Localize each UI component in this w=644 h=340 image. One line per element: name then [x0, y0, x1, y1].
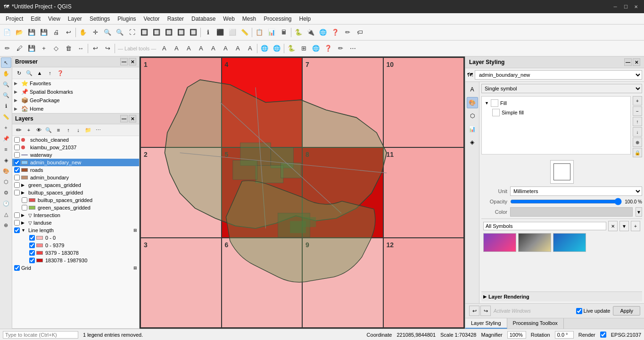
edit-mode-button[interactable]: ✏ — [1, 42, 13, 55]
tab-processing-toolbox[interactable]: Processing Toolbox — [507, 318, 564, 329]
symbols-options-btn[interactable]: ▼ — [619, 221, 629, 231]
layer-item-landuse[interactable]: ▶ ▽ landuse — [12, 219, 139, 227]
help-toolbar-button[interactable]: ❓ — [329, 26, 341, 39]
layer-order-btn[interactable]: ≡ — [1, 144, 11, 154]
menu-view[interactable]: View — [44, 15, 64, 23]
zoom-layer-button[interactable]: 🔲 — [138, 26, 150, 39]
minimize-button[interactable]: ─ — [611, 2, 619, 11]
sym-lock-btn[interactable]: 🔒 — [633, 148, 642, 157]
layer-select-dropdown[interactable]: admin_boundary_new — [475, 70, 642, 80]
layer-item-ll-0-9379[interactable]: 0 - 9379 — [12, 242, 139, 249]
identify-button[interactable]: ℹ — [202, 26, 214, 39]
3d-btn[interactable]: ⬡ — [1, 177, 11, 187]
layer-item-green-spaces[interactable]: ▶ green_spaces_gridded — [12, 181, 139, 189]
layer-kiambu-checkbox[interactable] — [14, 145, 20, 150]
symbol-type-select[interactable]: Single symbol — [481, 84, 642, 93]
map-area[interactable]: 1 4 7 10 2 5 — [140, 57, 465, 329]
browser-filter-btn[interactable]: 🔍 — [25, 68, 34, 78]
label-button[interactable]: 🏷 — [354, 26, 366, 39]
temporal-btn[interactable]: 🕐 — [1, 198, 11, 209]
apply-button[interactable]: Apply — [613, 306, 640, 316]
layer-rendering-header[interactable]: ▶ Layer Rendering — [481, 291, 642, 301]
python2-button[interactable]: 🐍 — [285, 42, 297, 55]
live-update-checkbox[interactable] — [576, 308, 582, 314]
layer-item-green-sub[interactable]: green_spaces_gridded — [12, 204, 139, 211]
sym-delete-btn[interactable]: − — [633, 106, 642, 116]
layer-item-builtup-sub[interactable]: builtup_spaces_gridded — [12, 196, 139, 204]
save-as-button[interactable]: 💾 — [38, 26, 50, 39]
browser-refresh-btn[interactable]: ↑ — [45, 68, 55, 78]
layers-panel-close[interactable]: ✕ — [129, 115, 136, 122]
label-btn-2[interactable]: A — [170, 42, 182, 55]
menu-processing[interactable]: Processing — [260, 15, 295, 23]
render-checkbox[interactable] — [600, 332, 606, 338]
styling-icon-label[interactable]: A — [467, 84, 478, 95]
layer-ll00-checkbox[interactable] — [29, 235, 35, 241]
maximize-button[interactable]: ☐ — [621, 2, 630, 11]
pan-tool-btn[interactable]: ✋ — [1, 68, 11, 79]
browser-collapse-btn[interactable]: ▲ — [35, 68, 44, 78]
browser-panel-header[interactable]: Browser — ✕ — [12, 57, 139, 67]
menu-help[interactable]: Help — [296, 15, 315, 23]
layer-item-waterway[interactable]: waterway — [12, 151, 139, 159]
elevation-btn[interactable]: △ — [1, 209, 11, 219]
zoom-last-button[interactable]: 🔲 — [175, 26, 187, 39]
layers-more-btn[interactable]: ⋯ — [93, 125, 103, 135]
rotation-input[interactable] — [555, 331, 574, 339]
layer-item-kiambu[interactable]: kiambu_pow_21037 — [12, 144, 139, 151]
zoom-full-button[interactable]: ⛶ — [126, 26, 138, 39]
snapping-btn[interactable]: ◈ — [1, 155, 11, 165]
menu-database[interactable]: Database — [188, 15, 219, 23]
browser-item-home[interactable]: ▶ 🏠 Home — [12, 105, 139, 113]
print-button[interactable]: 🖨 — [50, 26, 62, 39]
layer-intersection-checkbox[interactable] — [14, 212, 20, 218]
layers-up-btn[interactable]: ↑ — [64, 125, 73, 135]
new-button[interactable]: 📄 — [1, 26, 13, 39]
unit-select[interactable]: Millimeters — [510, 186, 642, 196]
save-button[interactable]: 💾 — [25, 26, 38, 39]
redo-button[interactable]: ↪ — [101, 42, 114, 55]
symbols-clear-btn[interactable]: ✕ — [608, 221, 618, 231]
layer-item-admin-boundary[interactable]: admin_boundary — [12, 174, 139, 181]
sym-up-btn[interactable]: ↑ — [633, 117, 642, 126]
calc-button[interactable]: 🖩 — [278, 26, 290, 39]
layers-down-btn[interactable]: ↓ — [74, 125, 83, 135]
symbol-swatch-3[interactable] — [553, 233, 586, 252]
layer-roads-checkbox[interactable] — [14, 167, 20, 173]
python-button[interactable]: 🐍 — [292, 26, 305, 39]
styling-icon-3d[interactable]: ⬡ — [467, 110, 478, 121]
menu-web[interactable]: Web — [219, 15, 238, 23]
locator-btn[interactable]: ⊕ — [1, 220, 11, 230]
layers-panel-min[interactable]: — — [120, 115, 128, 122]
undo-button[interactable]: ↩ — [62, 26, 74, 39]
deselect-button[interactable]: ⬜ — [226, 26, 239, 39]
label-btn-6[interactable]: A — [219, 42, 231, 55]
digitize-button[interactable]: ✏ — [341, 26, 354, 39]
plugins-button[interactable]: 🔌 — [305, 26, 317, 39]
label-btn-5[interactable]: A — [207, 42, 219, 55]
geocoder-button[interactable]: 🌐 — [258, 42, 271, 55]
layer-item-admin-boundary-new[interactable]: admin_boundary_new — [12, 159, 139, 166]
layer-schools-checkbox[interactable] — [14, 137, 20, 143]
layer-item-schools[interactable]: schools_cleaned — [12, 136, 139, 144]
layers-add-btn[interactable]: + — [24, 125, 33, 135]
menu-raster[interactable]: Raster — [164, 15, 188, 23]
layer-ll9379-checkbox[interactable] — [29, 250, 35, 256]
label-btn-4[interactable]: A — [195, 42, 207, 55]
spatial-bookmark-btn[interactable]: 📌 — [1, 133, 11, 144]
browser-item-bookmarks[interactable]: ▶ 📌 Spatial Bookmarks — [12, 88, 139, 96]
layer-ll183078-checkbox[interactable] — [29, 258, 35, 263]
browser-item-favorites[interactable]: ▶ ⭐ Favorites — [12, 79, 139, 88]
layer-waterway-checkbox[interactable] — [14, 152, 20, 158]
layer-builtup-sub-checkbox[interactable] — [22, 197, 27, 203]
layer-admin-new-checkbox[interactable] — [14, 160, 20, 165]
help2-button[interactable]: ❓ — [322, 42, 334, 55]
zoom-selection-button[interactable]: 🔲 — [150, 26, 163, 39]
menu-vector[interactable]: Vector — [140, 15, 164, 23]
symbols-search-input[interactable] — [483, 222, 606, 230]
browser-panel-close[interactable]: ✕ — [129, 58, 136, 65]
browser-help-btn[interactable]: ❓ — [56, 68, 65, 78]
select-tool-btn[interactable]: ↖ — [1, 57, 11, 68]
globe-button[interactable]: 🌐 — [317, 26, 329, 39]
layers-edit-btn[interactable]: ✏ — [14, 125, 24, 135]
